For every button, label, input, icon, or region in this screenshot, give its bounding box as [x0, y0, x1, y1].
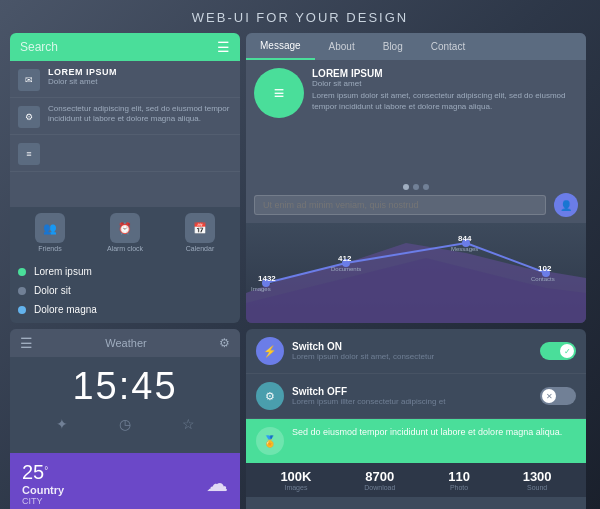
- stat-download-label: Download: [364, 484, 395, 491]
- svg-text:Images: Images: [251, 286, 271, 292]
- switch-off-title: Switch OFF: [292, 386, 532, 397]
- panel-switch: ⚡ Switch ON Lorem ipsum dolor sit amet, …: [246, 329, 586, 509]
- switch-off-text: Switch OFF Lorem ipsum illter consectetu…: [292, 386, 532, 406]
- web-content-area: ≡ LOREM IPSUM Dolor sit amet Lorem ipsum…: [246, 60, 586, 181]
- stat-images-value: 100K: [280, 469, 311, 484]
- menu-icon[interactable]: ☰: [217, 39, 230, 55]
- friends-icon: 👥: [35, 213, 65, 243]
- stat-photo-value: 110: [448, 469, 470, 484]
- friends-button[interactable]: 👥 Friends: [35, 213, 65, 252]
- cloud-icon: ☁: [206, 471, 228, 497]
- web-search-row: 👤: [246, 193, 586, 223]
- stat-photo-label: Photo: [448, 484, 470, 491]
- green-item-icon: 🏅: [256, 427, 284, 455]
- nav-item-2[interactable]: Dolor sit: [18, 281, 232, 300]
- panel-mobile: ☰ ✉ LOREM IPSUM Dolor sit amet ⚙ Consect…: [10, 33, 240, 323]
- green-dot: [18, 268, 26, 276]
- switch-on-text: Switch ON Lorem ipsum dolor sit amet, co…: [292, 341, 532, 361]
- blue-dot: [18, 306, 26, 314]
- stat-download-value: 8700: [364, 469, 395, 484]
- mobile-list-items: ✉ LOREM IPSUM Dolor sit amet ⚙ Consectet…: [10, 61, 240, 207]
- list-item: ✉ LOREM IPSUM Dolor sit amet: [10, 61, 240, 98]
- pagination-dots: [246, 181, 586, 193]
- green-item-text: Sed do eiusmod tempor incididunt ut labo…: [292, 427, 562, 437]
- weather-clock-icon: ◷: [119, 416, 131, 432]
- stat-sound-label: Sound: [523, 484, 552, 491]
- mobile-nav-items: Lorem ipsum Dolor sit Dolore magna: [10, 258, 240, 323]
- calendar-button[interactable]: 📅 Calendar: [185, 213, 215, 252]
- svg-text:412: 412: [338, 254, 352, 263]
- gear-icon[interactable]: ⚙: [219, 336, 230, 350]
- svg-text:1432: 1432: [258, 274, 276, 283]
- green-item-title: Sed do eiusmod tempor incididunt ut labo…: [292, 427, 562, 437]
- web-text: LOREM IPSUM Dolor sit amet Lorem ipsum d…: [312, 68, 578, 173]
- stats-row: 100K Images 8700 Download 110 Photo 1300…: [246, 463, 586, 497]
- weather-country: Country: [22, 484, 64, 496]
- alarm-icon: ⏰: [110, 213, 140, 243]
- nav-label-1: Lorem ipsum: [34, 266, 92, 277]
- alarm-label: Alarm clock: [107, 245, 143, 252]
- weather-title: Weather: [105, 337, 146, 349]
- content-icon: ≡: [254, 68, 304, 118]
- content-desc: Lorem ipsum dolor sit amet, consectetur …: [312, 90, 578, 112]
- item-desc: Consectetur adipiscing elit, sed do eius…: [48, 104, 232, 125]
- weather-time: 15:45: [10, 357, 240, 412]
- item-title: LOREM IPSUM: [48, 67, 117, 77]
- dot-1[interactable]: [403, 184, 409, 190]
- gray-dot: [18, 287, 26, 295]
- chart-area: 1432 Images 412 Documents 844 Messages 1…: [246, 223, 586, 323]
- svg-text:102: 102: [538, 264, 552, 273]
- tab-about[interactable]: About: [315, 34, 369, 59]
- weather-header: ☰ Weather ⚙: [10, 329, 240, 357]
- weather-fav-icon: ☆: [182, 416, 195, 432]
- friends-label: Friends: [38, 245, 61, 252]
- dot-2[interactable]: [413, 184, 419, 190]
- search-input[interactable]: [20, 40, 170, 54]
- main-title: WEB-UI FOR YOUR DESIGN: [192, 10, 408, 25]
- svg-text:Messages: Messages: [451, 246, 478, 252]
- green-item: 🏅 Sed do eiusmod tempor incididunt ut la…: [246, 419, 586, 463]
- hamburger-icon[interactable]: ☰: [20, 335, 33, 351]
- switch-off-desc: Lorem ipsum illter consectetur adipiscin…: [292, 397, 532, 406]
- user-icon[interactable]: 👤: [554, 193, 578, 217]
- panel-web: Message About Blog Contact ≡ LOREM IPSUM…: [246, 33, 586, 323]
- weather-temperature: 25°: [22, 461, 64, 484]
- weather-city: CITY: [22, 496, 64, 506]
- content-subtitle: Dolor sit amet: [312, 79, 578, 88]
- stat-sound: 1300 Sound: [523, 469, 552, 491]
- content-title: LOREM IPSUM: [312, 68, 578, 79]
- stat-images-label: Images: [280, 484, 311, 491]
- tab-blog[interactable]: Blog: [369, 34, 417, 59]
- list-icon: ≡: [18, 143, 40, 165]
- web-search-input[interactable]: [254, 195, 546, 215]
- toggle-on[interactable]: [540, 342, 576, 360]
- toggle-off[interactable]: [540, 387, 576, 405]
- svg-marker-1: [246, 258, 586, 323]
- nav-item-3[interactable]: Dolore magna: [18, 300, 232, 319]
- mobile-search-bar: ☰: [10, 33, 240, 61]
- item-desc: Dolor sit amet: [48, 77, 117, 87]
- toggle-knob-off: [542, 389, 556, 403]
- nav-label-2: Dolor sit: [34, 285, 71, 296]
- tab-contact[interactable]: Contact: [417, 34, 479, 59]
- nav-item-1[interactable]: Lorem ipsum: [18, 262, 232, 281]
- stat-images: 100K Images: [280, 469, 311, 491]
- calendar-icon: 📅: [185, 213, 215, 243]
- envelope-icon: ✉: [18, 69, 40, 91]
- switch-off-icon: ⚙: [256, 382, 284, 410]
- switch-off-item: ⚙ Switch OFF Lorem ipsum illter consecte…: [246, 374, 586, 419]
- svg-text:Documents: Documents: [331, 266, 361, 272]
- stat-sound-value: 1300: [523, 469, 552, 484]
- alarm-button[interactable]: ⏰ Alarm clock: [107, 213, 143, 252]
- svg-text:Contacts: Contacts: [531, 276, 555, 282]
- weather-star-icon: ✦: [56, 416, 68, 432]
- calendar-label: Calendar: [186, 245, 214, 252]
- toggle-knob-on: [560, 344, 574, 358]
- list-item: ⚙ Consectetur adipiscing elit, sed do ei…: [10, 98, 240, 135]
- switch-on-desc: Lorem ipsum dolor sit amet, consectetur: [292, 352, 532, 361]
- tab-message[interactable]: Message: [246, 33, 315, 60]
- stat-photo: 110 Photo: [448, 469, 470, 491]
- web-navbar: Message About Blog Contact: [246, 33, 586, 60]
- svg-text:844: 844: [458, 234, 472, 243]
- dot-3[interactable]: [423, 184, 429, 190]
